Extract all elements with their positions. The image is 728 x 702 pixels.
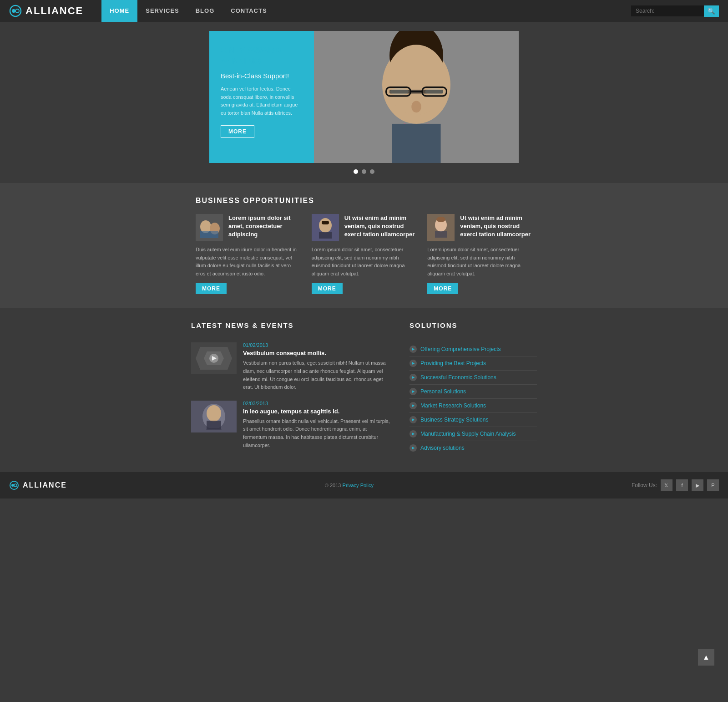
biz-more-btn-3[interactable]: MORE bbox=[427, 283, 458, 294]
footer-privacy-link[interactable]: Privacy Policy bbox=[343, 483, 374, 488]
header: ALLIANCE HOME SERVICES BLOG CONTACTS 🔍 bbox=[0, 0, 728, 22]
search-button[interactable]: 🔍 bbox=[704, 5, 719, 17]
news-section-title: LATEST NEWS & EVENTS bbox=[191, 321, 391, 333]
biz-thumb-2 bbox=[312, 214, 339, 241]
follow-us-label: Follow Us: bbox=[632, 482, 657, 488]
solution-arrow-2 bbox=[410, 360, 417, 367]
news-item-2: 02/03/2013 In leo augue, tempus at sagit… bbox=[191, 401, 391, 449]
slider-dot-1[interactable] bbox=[354, 169, 358, 174]
solution-item-1[interactable]: Offering Comprehensive Projects bbox=[410, 342, 537, 356]
biz-card-body-2: Lorem ipsum dolor sit amet, consectetuer… bbox=[312, 246, 417, 278]
slide-subheading: Best-in-Class Support! bbox=[221, 72, 303, 80]
solution-item-6[interactable]: Business Strategy Solutions bbox=[410, 413, 537, 427]
bottom-section: LATEST NEWS & EVENTS 01/02/2013 Vestibul… bbox=[0, 308, 728, 472]
biz-thumb-3 bbox=[427, 214, 455, 241]
slide-more-button[interactable]: MORE bbox=[221, 125, 254, 138]
nav-services[interactable]: SERVICES bbox=[137, 0, 187, 22]
solution-arrow-8 bbox=[410, 444, 417, 452]
news-item-1: 01/02/2013 Vestibulum consequat mollis. … bbox=[191, 342, 391, 391]
solution-item-4[interactable]: Personal Solutions bbox=[410, 385, 537, 399]
slider-dot-2[interactable] bbox=[362, 169, 366, 174]
slider-dot-3[interactable] bbox=[370, 169, 374, 174]
slider-dots bbox=[209, 169, 519, 174]
news-thumb-1 bbox=[191, 342, 237, 374]
solution-arrow-5 bbox=[410, 402, 417, 409]
news-content-2: 02/03/2013 In leo augue, tempus at sagit… bbox=[243, 401, 391, 449]
biz-card-title-1: Lorem ipsum dolor sit amet, consectetuer… bbox=[228, 214, 301, 241]
search-input[interactable] bbox=[631, 5, 704, 16]
solution-link-6[interactable]: Business Strategy Solutions bbox=[420, 417, 488, 423]
solution-link-2[interactable]: Providing the Best Projects bbox=[420, 360, 486, 366]
news-body-2: Phasellus ornare blandit nulla vel vehic… bbox=[243, 417, 391, 449]
svg-rect-25 bbox=[435, 231, 447, 238]
footer-copy-year: © 2013 bbox=[325, 483, 341, 488]
svg-rect-22 bbox=[322, 221, 329, 224]
solution-link-4[interactable]: Personal Solutions bbox=[420, 388, 466, 395]
biz-card-title-2: Ut wisi enim ad minim veniam, quis nostr… bbox=[344, 214, 417, 241]
solution-link-8[interactable]: Advisory solutions bbox=[420, 445, 465, 451]
svg-point-2 bbox=[15, 9, 19, 13]
svg-point-20 bbox=[319, 218, 332, 233]
biz-card-2: Ut wisi enim ad minim veniam, quis nostr… bbox=[312, 214, 417, 294]
slider-section: ONLY AWARD WINNING Best-in-Class Support… bbox=[0, 22, 728, 183]
solution-link-3[interactable]: Successful Economic Solutions bbox=[420, 374, 496, 381]
social-facebook[interactable]: f bbox=[676, 479, 688, 491]
solution-item-3[interactable]: Successful Economic Solutions bbox=[410, 371, 537, 385]
slide-heading: ONLY AWARD WINNING bbox=[221, 45, 303, 66]
svg-rect-35 bbox=[207, 421, 221, 429]
logo-area: ALLIANCE bbox=[9, 5, 83, 17]
solution-link-7[interactable]: Manufacturing & Supply Chain Analysis bbox=[420, 431, 516, 437]
business-opportunities-section: BUSINESS OPPORTUNITIES Lorem ipsum dolor… bbox=[0, 183, 728, 308]
biz-more-btn-2[interactable]: MORE bbox=[312, 283, 343, 294]
solution-item-2[interactable]: Providing the Best Projects bbox=[410, 356, 537, 371]
social-youtube[interactable]: ▶ bbox=[692, 479, 703, 491]
news-body-1: Vestibulum non purus tellus, eget suscip… bbox=[243, 359, 391, 391]
solution-link-1[interactable]: Offering Comprehensive Projects bbox=[420, 346, 501, 352]
svg-point-38 bbox=[14, 484, 17, 487]
nav-home[interactable]: HOME bbox=[101, 0, 137, 22]
solution-arrow-4 bbox=[410, 388, 417, 395]
slide-image bbox=[314, 31, 519, 163]
news-title-1[interactable]: Vestibulum consequat mollis. bbox=[243, 350, 391, 356]
solution-item-5[interactable]: Market Research Solutions bbox=[410, 399, 537, 413]
solutions-list: Offering Comprehensive Projects Providin… bbox=[410, 342, 537, 455]
svg-point-37 bbox=[11, 484, 14, 487]
slide-person-image bbox=[314, 31, 519, 163]
biz-thumb-1 bbox=[196, 214, 223, 241]
slider-box: ONLY AWARD WINNING Best-in-Class Support… bbox=[209, 31, 519, 163]
svg-point-13 bbox=[411, 101, 421, 113]
news-content-1: 01/02/2013 Vestibulum consequat mollis. … bbox=[243, 342, 391, 391]
biz-card-top-3: Ut wisi enim ad minim veniam, quis nostr… bbox=[427, 214, 532, 241]
solution-arrow-7 bbox=[410, 430, 417, 437]
solution-item-8[interactable]: Advisory solutions bbox=[410, 441, 537, 455]
solution-arrow-1 bbox=[410, 346, 417, 353]
biz-section-title: BUSINESS OPPORTUNITIES bbox=[196, 197, 532, 205]
solution-arrow-6 bbox=[410, 416, 417, 423]
news-title-2[interactable]: In leo augue, tempus at sagittis id. bbox=[243, 408, 391, 415]
footer-copy: © 2013 Privacy Policy bbox=[325, 483, 374, 488]
nav-blog[interactable]: BLOG bbox=[187, 0, 223, 22]
slide-content: ONLY AWARD WINNING Best-in-Class Support… bbox=[209, 31, 314, 163]
svg-point-12 bbox=[425, 88, 444, 95]
logo-icon bbox=[9, 5, 22, 17]
social-twitter[interactable]: 𝕏 bbox=[661, 479, 672, 491]
footer-social: Follow Us: 𝕏 f ▶ P bbox=[632, 479, 719, 491]
svg-point-26 bbox=[436, 217, 445, 222]
slide-body: Aenean vel tortor lectus. Donec soda con… bbox=[221, 85, 303, 117]
svg-point-34 bbox=[207, 405, 221, 422]
solution-item-7[interactable]: Manufacturing & Supply Chain Analysis bbox=[410, 427, 537, 441]
solution-link-5[interactable]: Market Research Solutions bbox=[420, 402, 486, 409]
news-date-2: 02/03/2013 bbox=[243, 401, 391, 406]
main-nav: HOME SERVICES BLOG CONTACTS bbox=[101, 0, 275, 22]
biz-card-title-3: Ut wisi enim ad minim veniam, quis nostr… bbox=[460, 214, 532, 241]
solutions-section-title: SOLUTIONS bbox=[410, 321, 537, 333]
biz-more-btn-1[interactable]: MORE bbox=[196, 283, 227, 294]
svg-rect-18 bbox=[200, 231, 218, 238]
biz-card-body-3: Lorem ipsum dolor sit amet, consectetuer… bbox=[427, 246, 532, 278]
news-column: LATEST NEWS & EVENTS 01/02/2013 Vestibul… bbox=[191, 321, 391, 458]
footer: ALLIANCE © 2013 Privacy Policy Follow Us… bbox=[0, 472, 728, 499]
footer-logo-text: ALLIANCE bbox=[23, 481, 67, 489]
social-pinterest[interactable]: P bbox=[707, 479, 719, 491]
biz-card-top-2: Ut wisi enim ad minim veniam, quis nostr… bbox=[312, 214, 417, 241]
nav-contacts[interactable]: CONTACTS bbox=[222, 0, 275, 22]
